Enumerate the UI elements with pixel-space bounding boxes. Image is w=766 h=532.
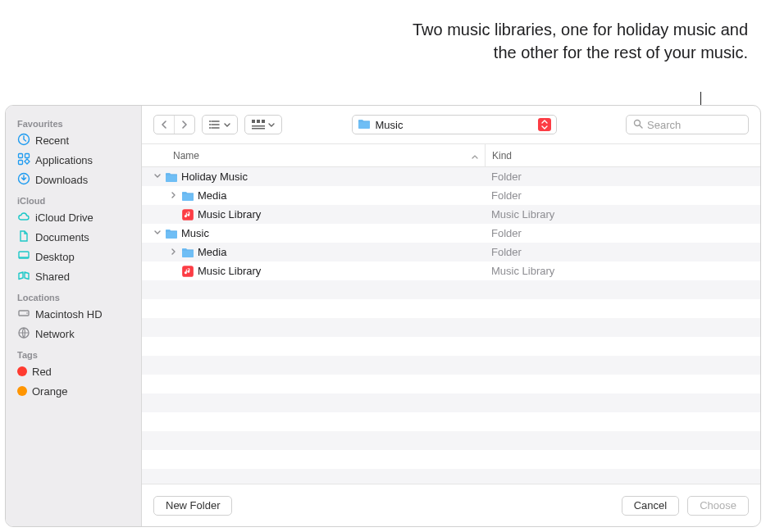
sidebar-item-desktop[interactable]: Desktop <box>6 247 141 266</box>
search-input[interactable]: Search <box>626 115 749 134</box>
folder-icon <box>181 246 194 259</box>
file-row[interactable]: MediaFolder <box>142 243 760 261</box>
svg-point-7 <box>26 312 28 314</box>
file-row <box>142 431 760 450</box>
column-header-kind[interactable]: Kind <box>485 144 760 166</box>
svg-point-10 <box>209 124 211 125</box>
view-group-button[interactable] <box>244 115 282 134</box>
dialog-footer: New Folder Cancel Choose <box>142 484 760 526</box>
file-row <box>142 393 760 412</box>
chevron-down-icon <box>268 119 275 130</box>
sidebar-item-label: Applications <box>35 154 93 166</box>
sidebar-item-macintosh-hd[interactable]: Macintosh HD <box>6 304 141 324</box>
file-kind: Folder <box>485 171 760 183</box>
toolbar: Music Search <box>142 106 760 144</box>
path-updown-icon <box>538 118 551 131</box>
sidebar-tag-red[interactable]: Red <box>6 361 141 381</box>
sidebar-item-label: Orange <box>32 385 67 398</box>
shared-icon <box>17 269 30 284</box>
sort-ascending-icon <box>472 150 478 161</box>
search-icon <box>633 119 643 131</box>
file-name: Holiday Music <box>181 171 248 183</box>
disclosure-triangle-icon[interactable] <box>170 191 178 200</box>
disclosure-triangle-icon[interactable] <box>153 172 162 181</box>
path-label: Music <box>376 119 404 131</box>
sidebar-item-label: Desktop <box>35 251 75 263</box>
file-row <box>142 375 760 393</box>
file-row <box>142 469 760 484</box>
file-name: Media <box>198 246 226 258</box>
column-headers: Name Kind <box>142 144 760 167</box>
file-row[interactable]: MediaFolder <box>142 186 760 205</box>
sidebar-item-downloads[interactable]: Downloads <box>6 170 141 189</box>
sidebar-item-documents[interactable]: Documents <box>6 227 141 247</box>
file-row <box>142 280 760 299</box>
cancel-button[interactable]: Cancel <box>622 496 679 516</box>
folder-icon <box>181 189 194 202</box>
sidebar-item-label: Documents <box>35 231 89 243</box>
svg-point-11 <box>209 127 211 129</box>
file-row <box>142 337 760 356</box>
disclosure-triangle-icon[interactable] <box>170 248 178 257</box>
file-row <box>142 318 760 337</box>
folder-icon <box>165 227 178 240</box>
svg-rect-12 <box>252 120 255 123</box>
callout-text: Two music libraries, one for holiday mus… <box>395 18 748 64</box>
cloud-icon <box>17 210 30 225</box>
sidebar-item-icloud-drive[interactable]: iCloud Drive <box>6 207 141 227</box>
download-icon <box>17 172 30 188</box>
column-header-name[interactable]: Name <box>142 150 485 161</box>
file-row <box>142 299 760 318</box>
tag-dot-icon <box>17 386 27 396</box>
file-list: Holiday MusicFolderMediaFolderMusic Libr… <box>142 167 760 484</box>
svg-rect-2 <box>25 153 30 157</box>
desktop-icon <box>17 249 30 265</box>
choose-button[interactable]: Choose <box>687 496 749 516</box>
sidebar-item-applications[interactable]: Applications <box>6 150 141 170</box>
sidebar-item-label: Red <box>32 366 52 378</box>
sidebar-item-label: iCloud Drive <box>35 211 93 224</box>
hd-icon <box>17 307 30 322</box>
file-kind: Music Library <box>485 265 760 277</box>
file-kind: Music Library <box>485 208 760 221</box>
tag-dot-icon <box>17 366 27 376</box>
sidebar-item-label: Shared <box>35 271 70 283</box>
file-row[interactable]: Music LibraryMusic Library <box>142 261 760 280</box>
sidebar-item-label: Recent <box>35 134 69 147</box>
svg-rect-14 <box>262 120 265 123</box>
file-row[interactable]: MusicFolder <box>142 224 760 243</box>
sidebar-item-label: Network <box>35 328 75 340</box>
folder-icon <box>165 171 178 184</box>
svg-rect-3 <box>19 160 23 164</box>
file-name: Music Library <box>198 265 261 277</box>
svg-rect-15 <box>252 125 265 127</box>
path-select[interactable]: Music <box>352 115 557 134</box>
disclosure-triangle-icon[interactable] <box>153 229 162 238</box>
file-row <box>142 450 760 469</box>
new-folder-button[interactable]: New Folder <box>153 496 232 516</box>
file-kind: Folder <box>485 246 760 258</box>
sidebar-item-recent[interactable]: Recent <box>6 130 141 150</box>
search-placeholder: Search <box>647 119 681 131</box>
sidebar-group-locations: Locations <box>6 286 141 304</box>
svg-rect-13 <box>257 120 260 123</box>
apps-icon <box>17 152 30 168</box>
music-library-icon <box>181 208 194 221</box>
nav-back-forward <box>153 115 195 134</box>
file-row[interactable]: Music LibraryMusic Library <box>142 205 760 224</box>
sidebar-item-shared[interactable]: Shared <box>6 266 141 286</box>
nav-forward-button[interactable] <box>175 116 194 134</box>
svg-point-17 <box>635 120 641 125</box>
view-list-button[interactable] <box>202 115 238 134</box>
music-library-icon <box>181 265 194 278</box>
sidebar-group-favourites: Favourites <box>6 112 141 130</box>
finder-dialog: Favourites Recent Applications Downloads… <box>5 105 761 527</box>
file-name: Music <box>181 227 209 239</box>
sidebar-item-label: Macintosh HD <box>35 308 103 321</box>
file-name: Music Library <box>198 208 261 221</box>
sidebar-item-network[interactable]: Network <box>6 324 141 343</box>
nav-back-button[interactable] <box>154 116 174 134</box>
svg-rect-1 <box>19 153 23 157</box>
file-row[interactable]: Holiday MusicFolder <box>142 167 760 186</box>
sidebar-tag-orange[interactable]: Orange <box>6 381 141 401</box>
